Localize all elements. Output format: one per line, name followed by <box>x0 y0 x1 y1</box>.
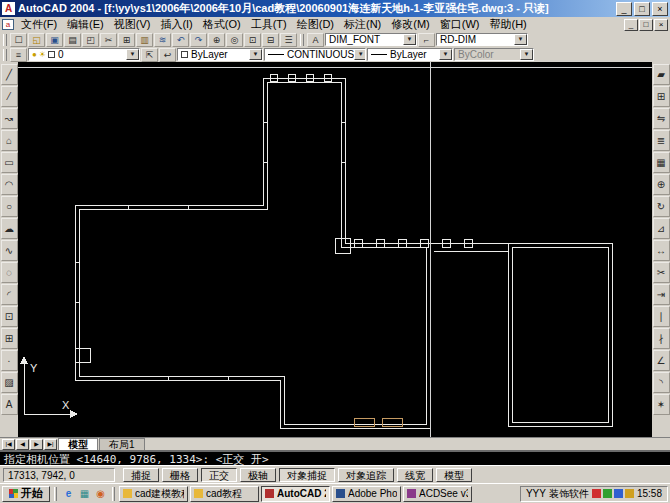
break-icon[interactable]: ∤ <box>653 328 670 349</box>
make-layer-current-icon[interactable]: ⇱ <box>141 48 158 62</box>
make-block-icon[interactable]: ⊞ <box>1 328 18 349</box>
menu-dimension[interactable]: 标注(N) <box>339 16 386 33</box>
arc-icon[interactable]: ◠ <box>1 174 18 195</box>
toolbar-grip[interactable] <box>3 49 7 61</box>
hatch-icon[interactable]: ▨ <box>1 372 18 393</box>
chamfer-icon[interactable]: ∠ <box>653 350 670 371</box>
taskbar-task-2[interactable]: cad教程 <box>190 486 259 502</box>
mirror-icon[interactable]: ⇋ <box>653 108 670 129</box>
rectangle-icon[interactable]: ▭ <box>1 152 18 173</box>
maximize-button[interactable]: □ <box>634 2 650 16</box>
internet-explorer-icon[interactable]: e <box>61 486 76 501</box>
chevron-down-icon[interactable]: ▼ <box>403 34 416 45</box>
offset-icon[interactable]: ≣ <box>653 130 670 151</box>
status-toggle-snap[interactable]: 捕捉 <box>123 468 159 482</box>
fillet-icon[interactable]: ◝ <box>653 372 670 393</box>
polyline-icon[interactable]: ↝ <box>1 108 18 129</box>
undo-icon[interactable]: ↶ <box>172 33 189 47</box>
explode-icon[interactable]: ✶ <box>653 394 670 415</box>
point-icon[interactable]: ∙ <box>1 350 18 371</box>
taskbar-task-4[interactable]: Adobe Photo... <box>332 486 401 502</box>
open-icon[interactable]: ◱ <box>28 33 45 47</box>
break-at-point-icon[interactable]: ∣ <box>653 306 670 327</box>
tray-icon-yellow[interactable] <box>625 489 634 498</box>
taskbar-task-3[interactable]: AutoCAD 200... <box>261 486 330 502</box>
status-toggle-lwt[interactable]: 线宽 <box>397 468 433 482</box>
color-combo[interactable]: ByLayer ▼ <box>177 48 263 61</box>
chevron-down-icon[interactable]: ▼ <box>439 49 452 60</box>
lineweight-combo[interactable]: ByLayer ▼ <box>367 48 453 61</box>
extend-icon[interactable]: ⇥ <box>653 284 670 305</box>
cut-icon[interactable]: ✂ <box>100 33 117 47</box>
status-toggle-model[interactable]: 模型 <box>436 468 472 482</box>
toolbar-grip[interactable] <box>3 34 7 46</box>
dim-style-combo[interactable]: RD-DIM ▼ <box>436 33 528 46</box>
zoom-previous-icon[interactable]: ⊟ <box>262 33 279 47</box>
menu-tools[interactable]: 工具(T) <box>246 16 292 33</box>
menu-insert[interactable]: 插入(I) <box>155 16 197 33</box>
menu-help[interactable]: 帮助(H) <box>485 16 532 33</box>
paste-icon[interactable]: ▥ <box>136 33 153 47</box>
revision-cloud-icon[interactable]: ☁ <box>1 218 18 239</box>
rotate-icon[interactable]: ↻ <box>653 196 670 217</box>
move-icon[interactable]: ⊕ <box>653 174 670 195</box>
tray-icon-blue[interactable] <box>614 489 623 498</box>
tab-layout1[interactable]: 布局1 <box>99 438 145 450</box>
stretch-icon[interactable]: ↔ <box>653 240 670 261</box>
menu-file[interactable]: 文件(F) <box>16 16 62 33</box>
mtext-icon[interactable]: A <box>1 394 18 415</box>
status-toggle-osnap[interactable]: 对象捕捉 <box>279 468 335 482</box>
insert-block-icon[interactable]: ⊡ <box>1 306 18 327</box>
ellipse-icon[interactable]: ◌ <box>1 262 18 283</box>
tab-nav-2[interactable]: ▶ <box>30 439 43 450</box>
menu-window[interactable]: 窗口(W) <box>435 16 485 33</box>
toolbar-grip[interactable] <box>300 34 304 46</box>
copy-object-icon[interactable]: ⊞ <box>653 86 670 107</box>
menu-view[interactable]: 视图(V) <box>109 16 156 33</box>
text-style-combo[interactable]: DIM_FONT ▼ <box>325 33 417 46</box>
zoom-realtime-icon[interactable]: ◎ <box>226 33 243 47</box>
spline-icon[interactable]: ∿ <box>1 240 18 261</box>
taskbar-task-5[interactable]: ACDSee v3.1... <box>403 486 472 502</box>
save-icon[interactable]: ▣ <box>46 33 63 47</box>
tray-icon-green[interactable] <box>603 489 612 498</box>
dim-style-icon[interactable]: ⌐ <box>418 33 435 47</box>
minimize-button[interactable]: _ <box>616 2 632 16</box>
scale-icon[interactable]: ⊿ <box>653 218 670 239</box>
doc-minimize-button[interactable]: _ <box>624 19 638 31</box>
plot-icon[interactable]: ▤ <box>64 33 81 47</box>
tab-nav-1[interactable]: ◀ <box>16 439 29 450</box>
redo-icon[interactable]: ↷ <box>190 33 207 47</box>
show-desktop-icon[interactable]: ▦ <box>77 486 92 501</box>
polygon-icon[interactable]: ⌂ <box>1 130 18 151</box>
tab-model[interactable]: 模型 <box>58 438 98 450</box>
tab-nav-3[interactable]: ▶| <box>44 439 57 450</box>
trim-icon[interactable]: ✂ <box>653 262 670 283</box>
start-button[interactable]: 开始 <box>2 486 50 502</box>
doc-close-button[interactable]: × <box>654 19 668 31</box>
plot-preview-icon[interactable]: ◰ <box>82 33 99 47</box>
status-toggle-grid[interactable]: 栅格 <box>162 468 198 482</box>
construction-line-icon[interactable]: ⁄ <box>1 86 18 107</box>
chevron-down-icon[interactable]: ▼ <box>514 34 527 45</box>
chevron-down-icon[interactable]: ▼ <box>249 49 262 60</box>
menu-edit[interactable]: 编辑(E) <box>62 16 109 33</box>
line-icon[interactable]: ╱ <box>1 64 18 85</box>
match-properties-icon[interactable]: ≋ <box>154 33 171 47</box>
menu-draw[interactable]: 绘图(D) <box>292 16 339 33</box>
chevron-down-icon[interactable]: ▼ <box>354 49 366 60</box>
copy-icon[interactable]: ⊞ <box>118 33 135 47</box>
layer-manager-icon[interactable]: ≡ <box>10 48 27 62</box>
doc-restore-button[interactable]: □ <box>639 19 653 31</box>
menu-format[interactable]: 格式(O) <box>198 16 246 33</box>
properties-icon[interactable]: ☰ <box>280 33 297 47</box>
menu-modify[interactable]: 修改(M) <box>386 16 435 33</box>
pan-icon[interactable]: ⊕ <box>208 33 225 47</box>
erase-icon[interactable]: ▰ <box>653 64 670 85</box>
circle-icon[interactable]: ○ <box>1 196 18 217</box>
tab-nav-0[interactable]: |◀ <box>2 439 15 450</box>
chevron-down-icon[interactable]: ▼ <box>126 49 139 60</box>
zoom-window-icon[interactable]: ⊡ <box>244 33 261 47</box>
taskbar-task-1[interactable]: cad建模教程 <box>119 486 188 502</box>
text-style-icon[interactable]: A <box>307 33 324 47</box>
